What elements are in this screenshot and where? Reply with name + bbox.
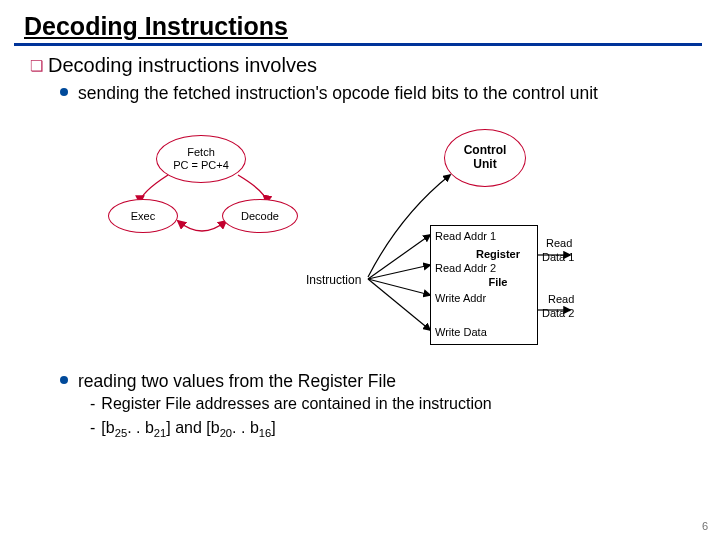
subsub-bullet-1: -Register File addresses are contained i… [90,392,702,416]
rf-title-file: File [431,276,537,288]
exec-label: Exec [131,210,155,223]
rf-title-register-text: Register [448,248,520,260]
rf-read-data2-a: Read [548,293,574,305]
slide-content: ❏Decoding instructions involves sending … [0,52,720,442]
dash-bullet-icon: - [90,419,95,436]
rf-read-data1-a: Read [546,237,572,249]
t: [b [101,419,114,436]
title-rule [14,43,702,46]
rf-read-data2-b: Data 2 [542,307,574,319]
decode-node: Decode [222,199,298,233]
t: . . b [127,419,154,436]
decode-diagram: Fetch PC = PC+4 Exec Decode Control Unit… [70,115,710,365]
control-unit-node: Control Unit [444,129,526,187]
control-label-1: Control [464,144,507,158]
rf-read-addr-1: Read Addr 1 [435,230,496,242]
sub-bullet-1-text: sending the fetched instruction's opcode… [78,83,598,103]
rf-read-addr-2: Read Addr 2 [435,262,496,274]
rf-write-addr: Write Addr [435,292,486,304]
sub-bullet-2: reading two values from the Register Fil… [60,371,702,392]
fetch-label-2: PC = PC+4 [173,159,229,172]
bit-25: 25 [115,427,127,439]
rf-title-file-text: File [461,276,508,288]
control-label-2: Unit [464,158,507,172]
bit-16: 16 [259,427,271,439]
dot-bullet-icon [60,88,68,96]
rf-read-data1-b: Data 1 [542,251,574,263]
instruction-label: Instruction [306,273,361,287]
register-file-box: Read Addr 1 Read Addr 2 Write Addr Write… [430,225,538,345]
subsub-bullet-2: -[b25. . b21] and [b20. . b16] [90,416,702,442]
t: ] [271,419,275,436]
slide-title: Decoding Instructions [0,0,720,41]
rf-write-data: Write Data [435,326,487,338]
svg-line-3 [368,279,430,330]
fetch-label-1: Fetch [173,146,229,159]
exec-node: Exec [108,199,178,233]
dash-bullet-icon: - [90,395,95,412]
rf-title-register: Register [431,248,537,260]
bits-expr: [b25. . b21] and [b20. . b16] [101,419,275,436]
sub-bullet-1: sending the fetched instruction's opcode… [60,83,620,105]
dot-bullet-icon [60,376,68,384]
main-bullet-text: Decoding instructions involves [48,54,317,76]
svg-line-2 [368,279,430,295]
bit-21: 21 [154,427,166,439]
sub-bullet-2-text: reading two values from the Register Fil… [78,371,396,391]
main-bullet-line: ❏Decoding instructions involves [30,54,702,77]
q-bullet-icon: ❏ [30,57,48,75]
subsub-1-text: Register File addresses are contained in… [101,395,491,412]
t: . . b [232,419,259,436]
t: ] and [b [166,419,219,436]
bit-20: 20 [220,427,232,439]
decode-label: Decode [241,210,279,223]
fetch-node: Fetch PC = PC+4 [156,135,246,183]
svg-line-1 [368,265,430,279]
svg-line-0 [368,235,430,279]
page-number: 6 [702,520,708,532]
